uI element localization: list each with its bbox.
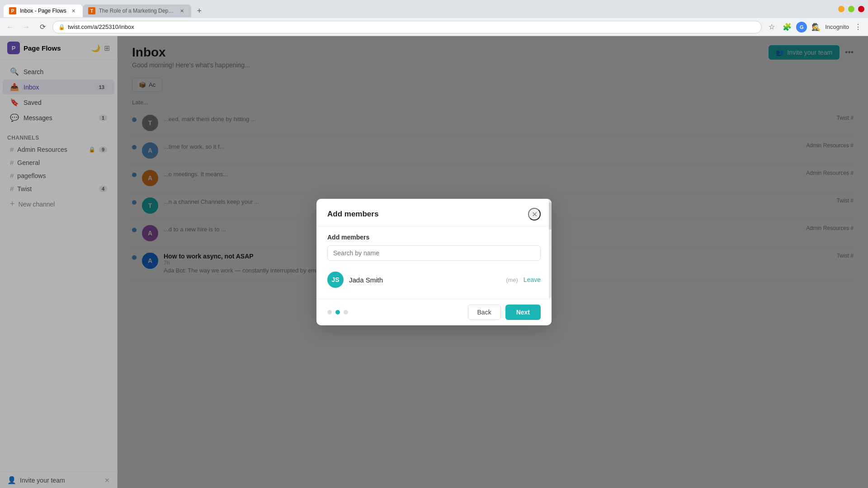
address-bar[interactable]: 🔒 twist.com/a/225310/inbox <box>52 21 762 33</box>
tab-label-2: The Role of a Marketing Depart... <box>99 8 175 14</box>
modal-body: Add members JS Jada Smith (me) Leave <box>316 226 552 299</box>
app-container: P Page Flows 🌙 ⊞ 🔍 Search 📥 Inbox 13 🔖 S… <box>0 36 868 488</box>
member-me-label: (me) <box>506 277 518 283</box>
modal-footer: Back Next <box>316 299 552 325</box>
maximize-button[interactable] <box>848 6 854 12</box>
member-search-input[interactable] <box>327 245 541 261</box>
forward-button[interactable]: → <box>20 21 33 33</box>
member-name: Jada Smith <box>349 276 499 284</box>
menu-button[interactable]: ⋮ <box>852 21 864 33</box>
extensions-button[interactable]: 🧩 <box>781 21 793 33</box>
back-button[interactable]: Back <box>468 305 501 320</box>
pagination-dot-3 <box>344 310 348 314</box>
incognito-icon: 🕵️ <box>810 21 822 33</box>
browser-tab-1[interactable]: P Inbox - Page Flows ✕ <box>4 5 83 17</box>
modal-header: Add members ✕ <box>316 199 552 226</box>
profile-button[interactable]: G <box>796 22 807 33</box>
new-tab-button[interactable]: + <box>193 5 206 17</box>
tab-favicon-1: P <box>9 7 16 14</box>
member-leave-button[interactable]: Leave <box>524 276 541 283</box>
back-button[interactable]: ← <box>4 21 16 33</box>
window-controls <box>838 6 864 12</box>
next-button[interactable]: Next <box>505 305 541 320</box>
pagination-dot-2 <box>335 310 340 314</box>
modal-section-title: Add members <box>327 234 541 241</box>
browser-toolbar-right: ☆ 🧩 G 🕵️ Incognito ⋮ <box>765 21 864 33</box>
modal-title: Add members <box>327 210 378 219</box>
browser-tab-bar: P Inbox - Page Flows ✕ T The Role of a M… <box>0 0 868 18</box>
tab-favicon-2: T <box>88 7 95 14</box>
member-row: JS Jada Smith (me) Leave <box>327 268 541 291</box>
tab-close-2[interactable]: ✕ <box>179 7 186 14</box>
tab-close-1[interactable]: ✕ <box>70 7 77 14</box>
refresh-button[interactable]: ⟳ <box>36 21 49 33</box>
address-text: twist.com/a/225310/inbox <box>68 23 756 30</box>
modal-pagination-dots <box>327 310 348 314</box>
modal-close-button[interactable]: ✕ <box>528 208 541 221</box>
close-button[interactable] <box>858 6 864 12</box>
minimize-button[interactable] <box>838 6 844 12</box>
add-members-modal: Add members ✕ Add members JS Jada Smith … <box>316 199 552 325</box>
lock-icon: 🔒 <box>58 24 65 30</box>
tab-list: P Inbox - Page Flows ✕ T The Role of a M… <box>4 1 206 17</box>
browser-chrome: P Inbox - Page Flows ✕ T The Role of a M… <box>0 0 868 36</box>
incognito-label: Incognito <box>825 23 849 30</box>
modal-footer-buttons: Back Next <box>468 305 541 320</box>
member-avatar: JS <box>327 272 344 288</box>
tab-label-1: Inbox - Page Flows <box>20 8 66 14</box>
browser-tab-2[interactable]: T The Role of a Marketing Depart... ✕ <box>83 5 191 17</box>
browser-toolbar: ← → ⟳ 🔒 twist.com/a/225310/inbox ☆ 🧩 G 🕵… <box>0 18 868 36</box>
bookmark-button[interactable]: ☆ <box>765 21 778 33</box>
modal-overlay: Add members ✕ Add members JS Jada Smith … <box>0 36 868 488</box>
pagination-dot-1 <box>327 310 332 314</box>
modal-scrollbar <box>549 199 552 298</box>
modal-scroll-handle <box>549 202 552 230</box>
